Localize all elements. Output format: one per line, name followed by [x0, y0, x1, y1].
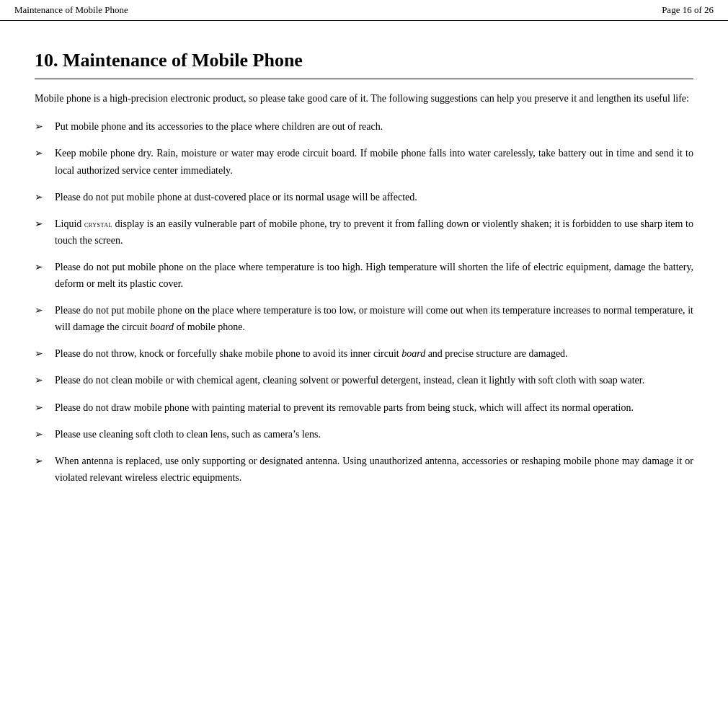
- bullet-text: Please do not put mobile phone on the pl…: [55, 302, 693, 335]
- bullet-arrow: ➢: [35, 302, 55, 319]
- section-divider: [35, 79, 693, 79]
- bullet-text: Please do not draw mobile phone with pai…: [55, 399, 693, 416]
- list-item: ➢ When antenna is replaced, use only sup…: [35, 453, 693, 486]
- list-item: ➢ Please do not clean mobile or with che…: [35, 372, 693, 389]
- section-number: 10.: [35, 50, 58, 71]
- intro-paragraph: Mobile phone is a high-precision electro…: [35, 91, 693, 107]
- bullet-text: Put mobile phone and its accessories to …: [55, 118, 693, 135]
- list-item: ➢ Please do not put mobile phone on the …: [35, 302, 693, 335]
- list-item: ➢ Please do not throw, knock or forceful…: [35, 345, 693, 362]
- list-item: ➢ Liquid crystal display is an easily vu…: [35, 216, 693, 249]
- bullet-arrow: ➢: [35, 426, 55, 443]
- bullet-text: Please do not clean mobile or with chemi…: [55, 372, 693, 389]
- bullet-text: Liquid crystal display is an easily vuln…: [55, 216, 693, 249]
- bullet-arrow: ➢: [35, 259, 55, 275]
- bullet-text: When antenna is replaced, use only suppo…: [55, 453, 693, 486]
- section-title: Maintenance of Mobile Phone: [63, 50, 303, 71]
- bullet-arrow: ➢: [35, 216, 55, 232]
- bullet-text: Please do not put mobile phone at dust-c…: [55, 189, 693, 205]
- header-page-info: Page 16 of 26: [662, 4, 714, 16]
- bullet-arrow: ➢: [35, 399, 55, 416]
- bullet-text: Please do not throw, knock or forcefully…: [55, 345, 693, 362]
- list-item: ➢ Please do not put mobile phone at dust…: [35, 189, 693, 205]
- italic-board: board: [150, 321, 174, 332]
- list-item: ➢ Please do not draw mobile phone with p…: [35, 399, 693, 416]
- header-title: Maintenance of Mobile Phone: [14, 4, 128, 16]
- bullet-arrow: ➢: [35, 372, 55, 389]
- section-heading: 10. Maintenance of Mobile Phone: [35, 50, 693, 71]
- bullet-arrow: ➢: [35, 145, 55, 161]
- bullet-arrow: ➢: [35, 345, 55, 362]
- bullet-arrow: ➢: [35, 118, 55, 135]
- list-item: ➢ Please do not put mobile phone on the …: [35, 259, 693, 292]
- main-content: 10. Maintenance of Mobile Phone Mobile p…: [0, 21, 728, 510]
- bullet-arrow: ➢: [35, 189, 55, 205]
- bullet-list: ➢ Put mobile phone and its accessories t…: [35, 118, 693, 486]
- bullet-text: Please use cleaning soft cloth to clean …: [55, 426, 693, 443]
- small-caps-crystal: crystal: [84, 220, 112, 228]
- list-item: ➢ Please use cleaning soft cloth to clea…: [35, 426, 693, 443]
- page-container: Maintenance of Mobile Phone Page 16 of 2…: [0, 0, 728, 728]
- bullet-text: Keep mobile phone dry. Rain, moisture or…: [55, 145, 693, 178]
- page-header: Maintenance of Mobile Phone Page 16 of 2…: [0, 0, 728, 21]
- bullet-arrow: ➢: [35, 453, 55, 469]
- list-item: ➢ Put mobile phone and its accessories t…: [35, 118, 693, 135]
- italic-board-2: board: [401, 348, 425, 359]
- bullet-text: Please do not put mobile phone on the pl…: [55, 259, 693, 292]
- list-item: ➢ Keep mobile phone dry. Rain, moisture …: [35, 145, 693, 178]
